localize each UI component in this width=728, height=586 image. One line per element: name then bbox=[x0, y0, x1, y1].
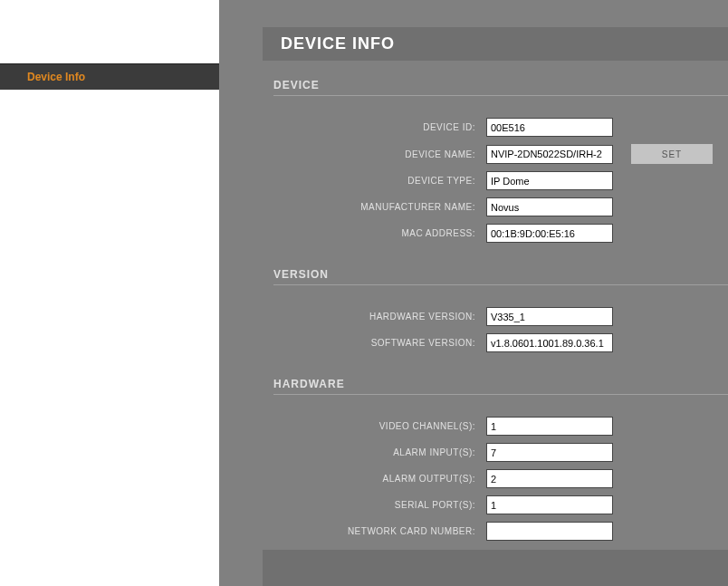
row-mac-address: MAC ADDRESS: bbox=[273, 224, 728, 243]
main-panel: DEVICE INFO DEVICE DEVICE ID: DEVICE NAM… bbox=[219, 0, 728, 586]
input-device-type[interactable] bbox=[486, 171, 613, 190]
section-header-version: VERSION bbox=[273, 268, 728, 285]
label-alarm-outputs: ALARM OUTPUT(S): bbox=[273, 474, 486, 484]
sidebar-item-device-info[interactable]: Device Info bbox=[0, 63, 219, 90]
row-serial-ports: SERIAL PORT(S): bbox=[273, 495, 728, 514]
label-device-type: DEVICE TYPE: bbox=[273, 176, 486, 186]
row-video-channels: VIDEO CHANNEL(S): bbox=[273, 417, 728, 436]
row-manufacturer-name: MANUFACTURER NAME: bbox=[273, 197, 728, 216]
row-alarm-outputs: ALARM OUTPUT(S): bbox=[273, 469, 728, 488]
label-manufacturer-name: MANUFACTURER NAME: bbox=[273, 202, 486, 212]
row-alarm-inputs: ALARM INPUT(S): bbox=[273, 443, 728, 462]
label-device-name: DEVICE NAME: bbox=[273, 149, 486, 159]
page-title: DEVICE INFO bbox=[281, 34, 728, 53]
label-mac-address: MAC ADDRESS: bbox=[273, 228, 486, 238]
row-device-name: DEVICE NAME: SET bbox=[273, 144, 728, 164]
label-network-card-number: NETWORK CARD NUMBER: bbox=[273, 526, 486, 536]
label-video-channels: VIDEO CHANNEL(S): bbox=[273, 421, 486, 431]
input-alarm-inputs[interactable] bbox=[486, 443, 613, 462]
section-header-device: DEVICE bbox=[273, 79, 728, 96]
row-hardware-version: HARDWARE VERSION: bbox=[273, 307, 728, 326]
set-button[interactable]: SET bbox=[631, 144, 713, 164]
section-header-hardware: HARDWARE bbox=[273, 378, 728, 395]
input-mac-address[interactable] bbox=[486, 224, 613, 243]
label-software-version: SOFTWARE VERSION: bbox=[273, 338, 486, 348]
input-manufacturer-name[interactable] bbox=[486, 197, 613, 216]
content: DEVICE DEVICE ID: DEVICE NAME: SET DEVIC… bbox=[219, 61, 728, 541]
page-title-bar: DEVICE INFO bbox=[263, 27, 728, 61]
input-video-channels[interactable] bbox=[486, 417, 613, 436]
input-device-id[interactable] bbox=[486, 118, 613, 137]
row-device-type: DEVICE TYPE: bbox=[273, 171, 728, 190]
label-serial-ports: SERIAL PORT(S): bbox=[273, 500, 486, 510]
input-device-name[interactable] bbox=[486, 145, 613, 164]
input-serial-ports[interactable] bbox=[486, 495, 613, 514]
footer-bar bbox=[263, 550, 728, 586]
row-software-version: SOFTWARE VERSION: bbox=[273, 333, 728, 352]
sidebar-top-spacer bbox=[0, 0, 219, 63]
input-alarm-outputs[interactable] bbox=[486, 469, 613, 488]
sidebar: Device Info bbox=[0, 0, 219, 586]
input-software-version[interactable] bbox=[486, 333, 613, 352]
label-hardware-version: HARDWARE VERSION: bbox=[273, 312, 486, 322]
input-hardware-version[interactable] bbox=[486, 307, 613, 326]
label-device-id: DEVICE ID: bbox=[273, 122, 486, 132]
input-network-card-number[interactable] bbox=[486, 522, 613, 541]
row-device-id: DEVICE ID: bbox=[273, 118, 728, 137]
row-network-card-number: NETWORK CARD NUMBER: bbox=[273, 522, 728, 541]
label-alarm-inputs: ALARM INPUT(S): bbox=[273, 447, 486, 457]
